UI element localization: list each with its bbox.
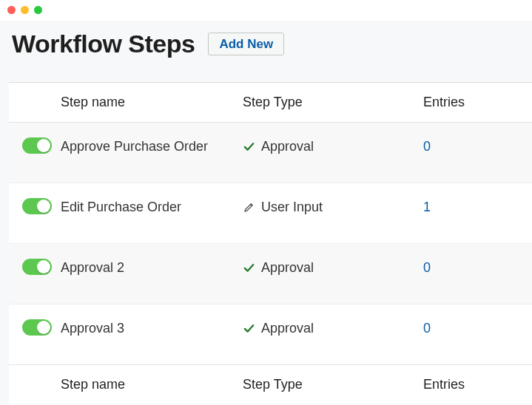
- column-footer-name[interactable]: Step name: [61, 365, 243, 405]
- table-row: Approval 2 Approval 0: [9, 244, 532, 304]
- step-name-link[interactable]: Edit Purchase Order: [61, 200, 181, 214]
- step-toggle[interactable]: [22, 137, 52, 154]
- check-icon: [243, 322, 255, 335]
- step-name-link[interactable]: Approve Purchase Order: [61, 139, 208, 154]
- check-icon: [243, 140, 255, 153]
- step-toggle[interactable]: [22, 319, 52, 336]
- step-type-label: Approval: [261, 321, 314, 336]
- add-new-button[interactable]: Add New: [208, 33, 284, 55]
- entries-link[interactable]: 0: [423, 321, 431, 336]
- step-type-label: User Input: [261, 200, 323, 215]
- window-close-dot[interactable]: [7, 6, 16, 14]
- table-header-row: Step name Step Type Entries: [9, 83, 532, 123]
- column-header-entries[interactable]: Entries: [423, 83, 532, 123]
- column-header-name[interactable]: Step name: [61, 83, 243, 123]
- page-header: Workflow Steps Add New: [10, 30, 532, 58]
- entries-link[interactable]: 0: [423, 139, 431, 154]
- column-footer-entries[interactable]: Entries: [423, 365, 532, 405]
- entries-link[interactable]: 0: [423, 260, 431, 275]
- pencil-icon: [243, 201, 255, 214]
- page-body: Workflow Steps Add New Step name Step Ty…: [0, 21, 532, 405]
- steps-table-wrap: Step name Step Type Entries Approve Purc…: [9, 82, 532, 404]
- check-icon: [243, 262, 255, 274]
- column-header-type[interactable]: Step Type: [243, 83, 423, 123]
- step-toggle[interactable]: [22, 259, 52, 275]
- window-minimize-dot[interactable]: [21, 6, 29, 14]
- window-zoom-dot[interactable]: [34, 6, 42, 14]
- step-name-link[interactable]: Approval 2: [61, 260, 124, 275]
- table-row: Edit Purchase Order User Input 1: [9, 183, 532, 244]
- step-name-link[interactable]: Approval 3: [61, 321, 124, 336]
- page-title: Workflow Steps: [12, 30, 195, 58]
- step-type-label: Approval: [261, 260, 314, 276]
- entries-link[interactable]: 1: [423, 200, 431, 214]
- table-row: Approval 3 Approval 0: [9, 304, 532, 365]
- steps-table: Step name Step Type Entries Approve Purc…: [9, 83, 532, 404]
- step-type-label: Approval: [261, 139, 314, 154]
- step-toggle[interactable]: [22, 198, 52, 214]
- column-footer-type[interactable]: Step Type: [243, 365, 423, 405]
- table-row: Approve Purchase Order Approval 0: [9, 123, 532, 183]
- window-title-bar: [0, 0, 532, 21]
- table-footer-row: Step name Step Type Entries: [9, 365, 532, 405]
